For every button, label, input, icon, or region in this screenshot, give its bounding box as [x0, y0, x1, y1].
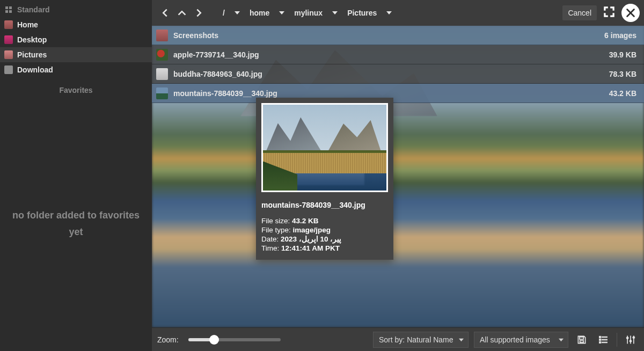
cancel-button[interactable]: Cancel	[562, 5, 597, 20]
sidebar-item-label: Home	[17, 20, 38, 29]
file-row-selected[interactable]: mountains-7884039__340.jpg 43.2 KB	[152, 84, 644, 103]
sidebar-type[interactable]: Standard	[0, 2, 152, 17]
svg-rect-2	[5, 10, 8, 13]
sidebar-item-download[interactable]: Download	[0, 62, 152, 77]
filter-dropdown-label: All supported images	[480, 335, 550, 344]
tooltip-preview-image	[261, 103, 388, 192]
zoom-label: Zoom:	[157, 335, 179, 344]
svg-rect-5	[602, 337, 608, 338]
file-thumb-icon	[156, 49, 168, 61]
nav-forward-button[interactable]	[191, 4, 208, 21]
sort-dropdown[interactable]: Sort by: Natural Name	[373, 332, 469, 348]
svg-rect-6	[599, 339, 601, 340]
svg-rect-8	[599, 341, 601, 343]
sidebar-item-pictures[interactable]: Pictures	[0, 47, 152, 62]
sidebar: Standard Home Desktop Pictures Download …	[0, 0, 152, 351]
main-panel: / home mylinux Pictures Cancel Screensho	[152, 0, 644, 351]
chevron-down-icon	[459, 335, 464, 344]
svg-point-11	[630, 340, 632, 342]
file-name: Screenshots	[173, 31, 604, 40]
breadcrumb-user[interactable]: mylinux	[287, 9, 330, 17]
tooltip-date: Date: پیر، 10 اپریل، 2023	[261, 235, 388, 244]
folder-row-screenshots[interactable]: Screenshots 6 images	[152, 26, 644, 45]
chevron-down-icon	[559, 335, 564, 344]
download-folder-icon	[4, 65, 13, 74]
folder-icon	[156, 30, 168, 41]
sidebar-item-label: Download	[17, 65, 53, 74]
nav-back-button[interactable]	[156, 4, 173, 21]
svg-rect-1	[9, 6, 12, 9]
nav-up-button[interactable]	[173, 4, 191, 21]
file-size: 43.2 KB	[609, 89, 636, 98]
sidebar-item-label: Desktop	[17, 35, 47, 44]
zoom-slider[interactable]	[188, 338, 281, 341]
sidebar-item-desktop[interactable]: Desktop	[0, 32, 152, 47]
file-size: 39.9 KB	[609, 50, 636, 59]
topbar: / home mylinux Pictures Cancel	[152, 0, 644, 26]
file-row[interactable]: buddha-7884963_640.jpg 78.3 KB	[152, 64, 644, 84]
type-icon	[4, 5, 13, 14]
file-thumb-icon	[156, 68, 168, 80]
breadcrumb: / home mylinux Pictures	[215, 9, 392, 17]
sidebar-type-label: Standard	[17, 5, 50, 14]
file-size: 78.3 KB	[609, 70, 636, 78]
breadcrumb-root[interactable]: /	[215, 9, 232, 17]
svg-rect-0	[5, 6, 8, 9]
file-name: buddha-7884963_640.jpg	[173, 70, 609, 78]
tooltip-size: File size: 43.2 KB	[261, 217, 388, 226]
save-icon[interactable]	[574, 332, 590, 348]
file-row[interactable]: apple-7739714__340.jpg 39.9 KB	[152, 45, 644, 64]
svg-rect-4	[599, 336, 601, 338]
pictures-folder-icon	[4, 50, 13, 59]
sort-dropdown-label: Sort by: Natural Name	[379, 335, 453, 344]
viewer: Screenshots 6 images apple-7739714__340.…	[152, 26, 644, 327]
svg-point-12	[633, 336, 635, 338]
desktop-folder-icon	[4, 35, 13, 44]
file-name: mountains-7884039__340.jpg	[173, 89, 609, 98]
chevron-down-icon[interactable]	[332, 10, 338, 16]
chevron-down-icon[interactable]	[386, 10, 392, 16]
file-name: apple-7739714__340.jpg	[173, 50, 609, 59]
file-list: Screenshots 6 images apple-7739714__340.…	[152, 26, 644, 103]
filter-dropdown[interactable]: All supported images	[474, 332, 568, 348]
breadcrumb-home[interactable]: home	[242, 9, 277, 17]
favorites-heading: Favorites	[0, 77, 152, 100]
divider	[617, 333, 617, 347]
file-tooltip: mountains-7884039__340.jpg File size: 43…	[256, 98, 393, 260]
tooltip-time: Time: 12:41:41 AM PKT	[261, 244, 388, 253]
fullscreen-icon[interactable]	[602, 5, 616, 21]
chevron-down-icon[interactable]	[279, 10, 284, 16]
tooltip-filename: mountains-7884039__340.jpg	[261, 201, 388, 209]
close-icon[interactable]	[621, 4, 640, 22]
svg-rect-9	[602, 342, 608, 343]
home-folder-icon	[4, 20, 13, 29]
view-list-icon[interactable]	[595, 332, 611, 348]
breadcrumb-pictures[interactable]: Pictures	[340, 9, 384, 17]
file-meta: 6 images	[604, 31, 636, 40]
chevron-down-icon[interactable]	[235, 10, 240, 16]
favorites-empty: no folder added to favorites yet	[0, 100, 152, 240]
file-thumb-icon	[156, 87, 168, 99]
sidebar-item-label: Pictures	[17, 50, 47, 59]
settings-sliders-icon[interactable]	[623, 332, 639, 348]
svg-rect-3	[9, 10, 12, 13]
statusbar: Zoom: Sort by: Natural Name All supporte…	[152, 327, 644, 351]
tooltip-type: File type: image/jpeg	[261, 226, 388, 235]
svg-point-10	[626, 337, 628, 339]
svg-rect-7	[602, 339, 608, 340]
sidebar-item-home[interactable]: Home	[0, 17, 152, 32]
